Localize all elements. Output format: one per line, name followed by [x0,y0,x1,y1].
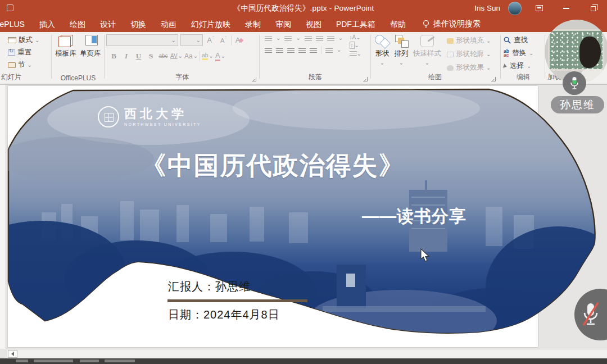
decrease-indent-icon[interactable] [305,35,312,41]
ribbon-tab-bar: OfficePLUS 插入 绘图 设计 切换 动画 幻灯片放映 录制 审阅 视图… [0,16,607,32]
shape-fill-button[interactable]: 形状填充⌄ [446,35,492,47]
group-divider [370,35,371,79]
tell-me-search[interactable]: 操作说明搜索 [422,19,481,29]
tab-officeplus[interactable]: OfficePLUS [0,16,32,32]
powerpoint-window: 《中国历代政治得失》.pptx - PowerPoint Iris Sun Of… [0,0,607,364]
date-textbox[interactable]: 日期：2024年4月8日 [168,307,280,322]
statusbar-text-fragment [80,360,99,362]
chevron-down-icon: ⌄ [529,51,533,56]
change-case-button[interactable]: Aa⌄ [184,50,198,62]
signed-in-user[interactable]: Iris Sun [474,4,500,12]
shapes-icon [375,35,389,47]
shape-effects-button[interactable]: 形状效果⌄ [446,62,492,74]
shapes-button[interactable]: 形状 ⌄ [375,32,389,74]
bullets-icon[interactable] [265,35,272,41]
tab-insert[interactable]: 插入 [32,16,62,32]
tab-record[interactable]: 录制 [238,16,268,32]
tab-review[interactable]: 审阅 [268,16,298,32]
arrange-button[interactable]: 排列 ⌄ [394,32,409,74]
section-label: 节 [18,60,25,70]
slide-title-textbox[interactable]: 《中国历代政治得失》 [8,149,538,183]
bold-button[interactable]: B [108,50,119,62]
layout-icon [8,37,16,43]
group-officeplus-label: OfficePLUS [53,74,103,82]
increase-indent-icon[interactable] [316,35,323,41]
columns-icon[interactable] [325,47,333,53]
font-name-combo[interactable]: ⌄ [106,34,178,46]
university-name-cn: 西北大学 [124,108,201,120]
double-strikethrough-button[interactable]: abc [158,50,169,62]
tab-animations[interactable]: 动画 [153,16,184,32]
align-center-icon[interactable] [276,47,283,53]
mic-active-button[interactable] [563,71,586,95]
quick-styles-button[interactable]: 快速样式 ⌄ [413,32,441,74]
layout-button[interactable]: 版式 ⌄ [7,34,40,46]
collapsed-thumbnail-pane[interactable] [0,85,6,349]
horizontal-scrollbar[interactable] [7,349,607,358]
shape-outline-button[interactable]: 形状轮廓⌄ [446,48,492,60]
tab-view[interactable]: 视图 [298,16,329,32]
scroll-left-button[interactable] [8,350,17,358]
group-divider [500,35,501,79]
shrink-font-button[interactable]: Aˇ [218,34,229,46]
paragraph-dialog-launcher[interactable] [363,77,368,81]
tab-slideshow[interactable]: 幻灯片放映 [184,16,238,32]
minimize-button[interactable] [556,0,576,16]
tab-design[interactable]: 设计 [93,16,123,32]
tab-transitions[interactable]: 切换 [123,16,153,32]
reset-button[interactable]: 重置 [7,47,40,58]
chevron-down-icon: ⌄ [425,60,429,66]
slide[interactable]: 西北大学 NORTHWEST UNIVERSITY 《中国历代政治得失》 ——读… [8,86,538,347]
italic-button[interactable]: I [121,50,132,62]
text-direction-button[interactable]: ↕A⌄ [350,34,361,40]
line-spacing-icon[interactable] [327,35,334,41]
shape-outline-icon [447,52,454,57]
tab-draw[interactable]: 绘图 [62,16,93,32]
group-divider [259,35,260,79]
template-library-button[interactable]: 模板库 [56,32,77,58]
minimize-icon [563,8,569,9]
select-button[interactable]: 选择 ⌄ [504,60,543,72]
find-button[interactable]: 查找 [504,34,543,46]
tab-help[interactable]: 帮助 [383,16,413,32]
search-icon [504,37,511,44]
clear-formatting-button[interactable]: A [234,34,244,46]
university-logo[interactable]: 西北大学 NORTHWEST UNIVERSITY [98,106,201,128]
presenter-textbox[interactable]: 汇报人：孙思维 [168,279,251,294]
text-highlight-button[interactable]: ab⌄ [202,50,214,62]
align-left-icon[interactable] [265,47,272,53]
single-page-library-button[interactable]: 单页库 [80,32,101,58]
font-dialog-launcher[interactable] [252,77,256,81]
underline-button[interactable]: U [133,50,144,62]
group-drawing-label: 绘图 [373,72,497,82]
chevron-down-icon: ⌄ [196,38,201,43]
character-spacing-button[interactable]: AV⌄ [170,50,183,62]
drawing-dialog-launcher[interactable] [491,77,496,81]
convert-smartart-button[interactable]: ⌄ [350,50,361,57]
statusbar-text-fragment [16,360,28,362]
replace-icon: abac [504,49,509,57]
chevron-down-icon: ⌄ [35,38,39,43]
ribbon-display-options-button[interactable] [529,0,549,16]
numbering-icon[interactable] [284,35,292,41]
find-label: 查找 [514,35,528,45]
grow-font-button[interactable]: Aˆ [205,34,216,46]
chevron-down-icon: ⌄ [28,62,32,68]
restore-icon [591,6,596,11]
slide-subtitle-textbox[interactable]: ——读书分享 [362,205,466,228]
strikethrough-button[interactable]: S [146,50,156,62]
font-color-button[interactable]: A⌄ [215,50,226,62]
justify-icon[interactable] [298,47,306,53]
font-size-combo[interactable]: ⌄ [180,34,203,46]
align-right-icon[interactable] [287,47,295,53]
editing-canvas[interactable]: 西北大学 NORTHWEST UNIVERSITY 《中国历代政治得失》 ——读… [0,84,607,358]
restore-button[interactable] [583,0,603,16]
tab-pdf-toolbox[interactable]: PDF工具箱 [329,16,383,32]
user-avatar[interactable] [508,2,522,15]
slide-artwork-blob[interactable] [8,86,604,350]
distribute-icon[interactable] [310,47,317,53]
chevron-down-icon: ⌄ [171,38,176,43]
replace-button[interactable]: abac 替换 ⌄ [504,47,543,59]
section-button[interactable]: 节 ⌄ [7,59,40,71]
align-text-button[interactable]: ↕⌄ [350,42,361,48]
